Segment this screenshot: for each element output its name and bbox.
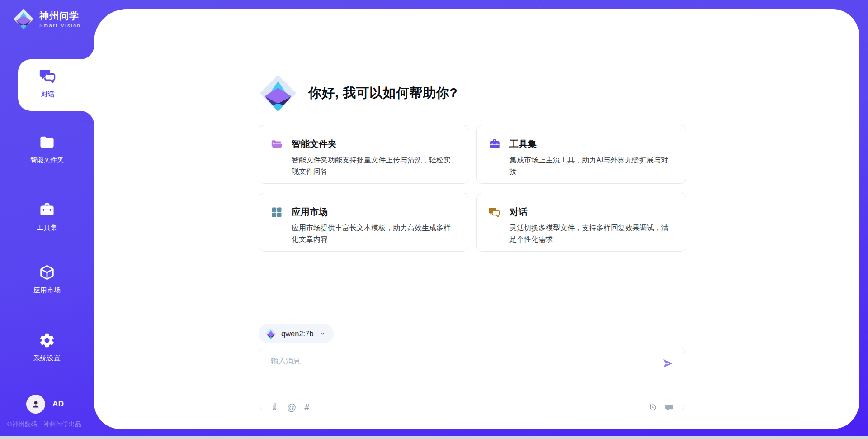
card-text: 工具集 集成市场上主流工具，助力AI与外界无缝扩展与对接 [509,137,672,183]
model-name: qwen2:7b [281,329,314,338]
composer-toolbar-right [648,403,674,412]
card-description: 智能文件夹功能支持批量文件上传与清洗，轻松实现文件问答 [292,154,454,177]
user-name: AD [52,400,64,409]
card-description: 应用市场提供丰富长文本模板，助力高效生成多样化文章内容 [292,222,454,245]
chat-bubbles-icon [39,67,57,85]
card-text: 应用市场 应用市场提供丰富长文本模板，助力高效生成多样化文章内容 [292,205,454,251]
card-text: 智能文件夹 智能文件夹功能支持批量文件上传与清洗，轻松实现文件问答 [292,137,454,183]
tab-fillet-bottom [80,111,94,124]
person-icon [30,399,41,410]
card-description: 集成市场上主流工具，助力AI与外界无缝扩展与对接 [509,154,672,177]
sidebar-item-label: 系统设置 [33,354,61,363]
feature-card-app-market[interactable]: 应用市场 应用市场提供丰富长文本模板，助力高效生成多样化文章内容 [259,193,468,252]
feature-card-chat[interactable]: 对话 灵活切换多模型文件，支持多样回复效果调试，满足个性化需求 [476,193,686,252]
composer-divider [269,396,675,396]
brand-title: 神州问学 [39,10,81,21]
folder-icon [38,134,56,151]
grid-icon [270,206,283,219]
chat-bubble-filled-icon[interactable] [665,403,674,412]
chat-bubbles-icon [488,206,501,219]
card-title: 智能文件夹 [292,138,454,150]
card-description: 灵活切换多模型文件，支持多样回复效果调试，满足个性化需求 [509,222,672,245]
message-input[interactable] [271,356,651,384]
folder-open-icon [270,138,283,151]
brand-diamond-icon [13,8,34,30]
briefcase-icon [488,138,501,151]
cube-icon [38,264,56,281]
message-composer: @ # [259,348,685,410]
greeting-block: 你好, 我可以如何帮助你? [259,73,458,113]
app-window: 神州问学 Smart Vision 对话 智能文件夹 工具集 应用市场 系统设置… [0,0,868,439]
paperclip-icon[interactable] [270,403,279,412]
sidebar-item-label: 应用市场 [33,286,61,295]
toolbox-icon [38,201,56,219]
chevron-down-icon [319,330,326,337]
send-button[interactable] [661,357,674,370]
card-title: 应用市场 [292,206,454,218]
sidebar-item-label: 智能文件夹 [30,156,64,164]
hash-icon[interactable]: # [304,403,309,412]
send-icon [661,357,674,370]
brand-subtitle: Smart Vision [39,23,81,28]
at-icon[interactable]: @ [287,403,296,412]
user-profile[interactable]: AD [26,395,64,414]
brand-logo-block: 神州问学 Smart Vision [13,8,81,30]
sidebar-item-system-settings[interactable]: 系统设置 [0,332,94,363]
card-title: 对话 [509,206,672,218]
sidebar-item-chat[interactable]: 对话 [18,67,78,99]
history-icon[interactable] [648,403,657,412]
brand-text: 神州问学 Smart Vision [39,10,81,28]
tab-fillet-top [80,46,94,59]
card-title: 工具集 [509,138,672,150]
main-content-panel: 你好, 我可以如何帮助你? 智能文件夹 智能文件夹功能支持批量文件上传与清洗，轻… [94,9,859,429]
sidebar-item-smart-folder[interactable]: 智能文件夹 [0,134,94,164]
composer-toolbar: @ # [270,399,674,416]
copyright-footer: ©神州数码 · 神州问学出品 [7,420,81,429]
brand-diamond-icon [259,74,297,113]
feature-card-toolset[interactable]: 工具集 集成市场上主流工具，助力AI与外界无缝扩展与对接 [476,125,686,184]
greeting-title: 你好, 我可以如何帮助你? [308,84,458,102]
sidebar-item-app-market[interactable]: 应用市场 [0,264,94,295]
window-bottom-edge [0,436,868,439]
sidebar-item-label: 对话 [41,90,55,99]
sidebar-item-label: 工具集 [37,224,57,232]
gear-icon [38,332,56,349]
feature-card-smart-folder[interactable]: 智能文件夹 智能文件夹功能支持批量文件上传与清洗，轻松实现文件问答 [259,125,468,184]
sidebar-item-toolset[interactable]: 工具集 [0,201,94,232]
brand-diamond-icon [265,328,277,339]
card-text: 对话 灵活切换多模型文件，支持多样回复效果调试，满足个性化需求 [509,205,672,251]
avatar [26,395,45,414]
model-selector[interactable]: qwen2:7b [259,324,334,343]
